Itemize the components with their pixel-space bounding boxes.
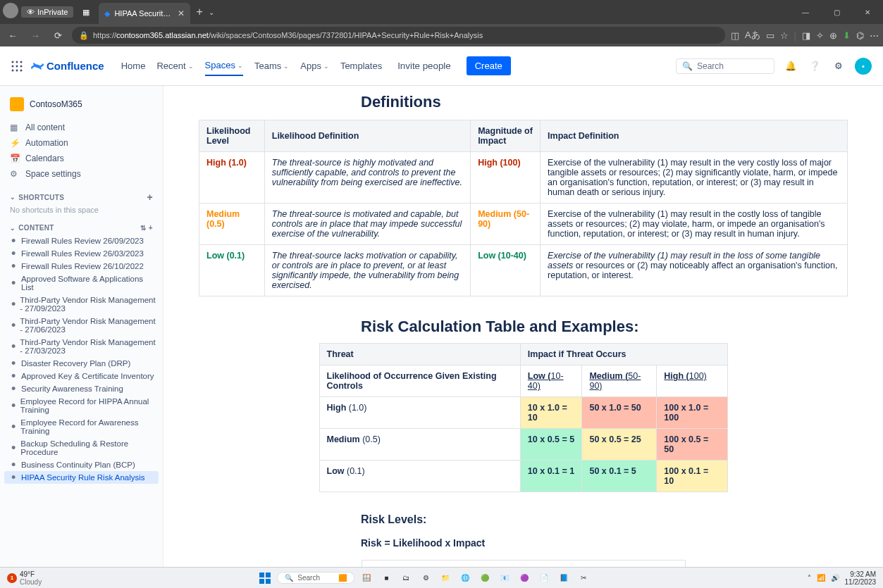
calc-heading: Risk Calculation Table and Examples: — [361, 318, 848, 336]
nav-templates[interactable]: Templates — [340, 56, 382, 76]
confluence-logo[interactable]: Confluence — [31, 60, 104, 73]
app-icon[interactable]: ◫ — [731, 30, 739, 41]
url-text: https://contosom365.atlassian.net/wiki/s… — [93, 31, 483, 39]
add-shortcut-button[interactable]: + — [147, 192, 153, 203]
close-window-button[interactable]: ✕ — [852, 0, 883, 24]
user-profile-badge[interactable] — [3, 3, 18, 18]
definitions-heading: Definitions — [361, 93, 848, 111]
invite-people-button[interactable]: Invite people — [390, 56, 458, 75]
tab-close-icon[interactable]: ✕ — [178, 8, 185, 18]
help-icon[interactable]: ❔ — [807, 58, 822, 74]
definitions-table: Likelihood LevelLikelihood DefinitionMag… — [199, 120, 848, 296]
create-button[interactable]: Create — [467, 56, 511, 75]
app-header: Confluence HomeRecent⌄Spaces⌄Teams⌄Apps⌄… — [0, 46, 883, 86]
tb-app-2[interactable]: ■ — [378, 570, 394, 586]
nav-teams[interactable]: Teams⌄ — [254, 56, 289, 76]
site-info-icon[interactable]: 🔒 — [79, 31, 89, 40]
tb-app-8[interactable]: 📧 — [497, 570, 512, 586]
app-switcher-icon[interactable] — [11, 61, 23, 72]
sidebar-space-settings[interactable]: ⚙Space settings — [4, 166, 159, 182]
tb-app-10[interactable]: 📄 — [536, 570, 552, 586]
read-aloud-icon[interactable]: Aあ — [745, 29, 760, 42]
tb-app-1[interactable]: 🪟 — [359, 570, 374, 586]
weather-cond: Cloudy — [20, 578, 42, 586]
browser-tab[interactable]: ◆ HIPAA Security Rule Risk Analysis ✕ — [99, 3, 190, 24]
shortcuts-section[interactable]: ⌄ SHORTCUTS + — [10, 192, 153, 203]
tab-actions-icon[interactable]: ▦ — [78, 4, 94, 20]
content-item[interactable]: •Third-Party Vendor Risk Management - 27… — [4, 294, 159, 315]
content-item[interactable]: •Disaster Recovery Plan (DRP) — [4, 357, 159, 370]
minimize-button[interactable]: — — [790, 0, 821, 24]
content-item[interactable]: •Approved Key & Certificate Inventory — [4, 370, 159, 382]
tb-app-6[interactable]: 🌐 — [457, 570, 473, 586]
collections-icon[interactable]: ⊕ — [829, 30, 837, 41]
profile-icon[interactable]: ⌬ — [856, 30, 864, 41]
sidebar-toggle-icon[interactable]: ◨ — [802, 30, 810, 41]
sidebar-calendars[interactable]: 📅Calendars — [4, 151, 159, 166]
settings-icon[interactable]: ⚙ — [831, 58, 846, 74]
tb-app-7[interactable]: 🟢 — [477, 570, 493, 586]
content-item[interactable]: •Security Awareness Training — [4, 382, 159, 395]
content-item[interactable]: •Employee Record for Awareness Training — [4, 416, 159, 437]
url-field[interactable]: 🔒 https://contosom365.atlassian.net/wiki… — [72, 27, 725, 44]
content-item-label: Disaster Recovery Plan (DRP) — [21, 359, 130, 368]
tray-chevron-icon[interactable]: ˄ — [808, 574, 811, 582]
content-item[interactable]: •Firewall Rules Review 26/03/2023 — [4, 247, 159, 260]
calc-cell: 100 x 1.0 = 100 — [657, 397, 727, 429]
search-input[interactable]: 🔍 Search — [676, 58, 774, 74]
content-item[interactable]: •Business Continuity Plan (BCP) — [4, 458, 159, 471]
notifications-icon[interactable]: 🔔 — [783, 58, 798, 74]
tb-app-9[interactable]: 🟣 — [517, 570, 532, 586]
new-tab-button[interactable]: + — [196, 6, 202, 18]
table-header: Likelihood Definition — [264, 120, 470, 152]
tb-app-3[interactable]: 🗂 — [398, 570, 414, 586]
tb-app-11[interactable]: 📘 — [556, 570, 572, 586]
content-item-label: Employee Record for HIPPA Annual Trainin… — [20, 397, 156, 414]
calc-cell: 100 x 0.1 = 10 — [657, 461, 727, 492]
content-item[interactable]: •Third-Party Vendor Risk Management - 27… — [4, 336, 159, 357]
tab-dropdown-icon[interactable]: ⌄ — [209, 8, 214, 16]
nav-apps[interactable]: Apps⌄ — [300, 56, 329, 76]
content-item[interactable]: •Firewall Rules Review 26/09/2023 — [4, 234, 159, 247]
downloads-icon[interactable]: ⬇ — [843, 30, 851, 41]
back-button[interactable]: ← — [4, 30, 21, 41]
refresh-button[interactable]: ⟳ — [49, 30, 66, 41]
add-content-button[interactable]: + — [149, 224, 153, 232]
sidebar-all-content[interactable]: ▦All content — [4, 120, 159, 135]
clock[interactable]: 9:32 AM 11/2/2023 — [845, 570, 877, 586]
tb-app-12[interactable]: ✂ — [576, 570, 591, 586]
forward-button[interactable]: → — [27, 30, 44, 41]
nav-spaces[interactable]: Spaces⌄ — [205, 56, 243, 76]
space-logo — [10, 97, 24, 111]
menu-icon[interactable]: ⋯ — [870, 30, 879, 41]
sidebar-automation[interactable]: ⚡Automation — [4, 135, 159, 151]
extensions-icon[interactable]: ✧ — [816, 30, 824, 41]
filter-icon[interactable]: ⇅ — [140, 224, 146, 232]
content-item[interactable]: •Employee Record for HIPPA Annual Traini… — [4, 395, 159, 416]
nav-recent[interactable]: Recent⌄ — [156, 56, 193, 76]
content-item[interactable]: •Backup Scheduling & Restore Procedure — [4, 437, 159, 458]
favorites-icon[interactable]: ☆ — [780, 30, 789, 41]
chevron-down-icon: ⌄ — [10, 225, 16, 232]
content-section[interactable]: ⌄ CONTENT ⇅ + — [10, 224, 153, 232]
chevron-down-icon: ⌄ — [323, 63, 329, 70]
wifi-icon[interactable]: 📶 — [817, 574, 825, 582]
nav-home[interactable]: Home — [121, 56, 146, 76]
content-item[interactable]: •Firewall Rules Review 26/10/2022 — [4, 260, 159, 273]
split-screen-icon[interactable]: ▭ — [766, 30, 774, 41]
chevron-down-icon: ⌄ — [237, 62, 243, 69]
weather-alert-icon: 1 — [7, 573, 17, 583]
content-item[interactable]: •HIPAA Security Rule Risk Analysis — [4, 471, 159, 484]
tb-app-4[interactable]: ⚙ — [418, 570, 433, 586]
content-item[interactable]: •Approved Software & Applications List — [4, 273, 159, 294]
volume-icon[interactable]: 🔊 — [831, 574, 839, 582]
avatar[interactable]: • — [855, 58, 872, 75]
content-item[interactable]: •Third-Party Vendor Risk Management - 27… — [4, 315, 159, 336]
likelihood-definition: The threat-source is motivated and capab… — [264, 204, 470, 245]
taskbar-search[interactable]: 🔍Search🟧 — [277, 572, 354, 584]
start-button[interactable] — [257, 570, 273, 586]
weather-widget[interactable]: 1 49°F Cloudy — [7, 570, 42, 586]
space-header[interactable]: ContosoM365 — [10, 97, 153, 111]
tb-app-5[interactable]: 📁 — [438, 570, 453, 586]
maximize-button[interactable]: ▢ — [821, 0, 852, 24]
